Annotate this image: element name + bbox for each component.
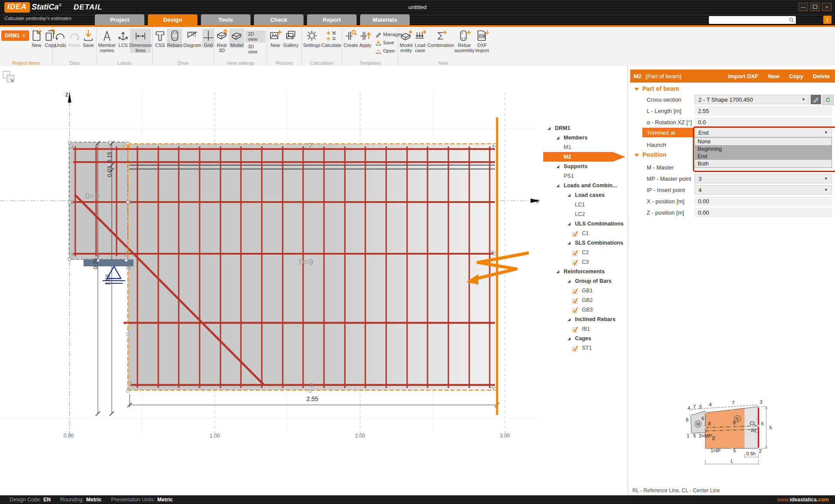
checkbox-checked-icon[interactable]: [572, 345, 579, 351]
tree-expand-icon[interactable]: [556, 270, 559, 273]
new-combination-button[interactable]: Combination: [428, 29, 454, 48]
structural-drawing[interactable]: zx47815234736681520=90=92.550.150.030.70…: [0, 66, 628, 495]
insert-point-select[interactable]: 4 ▼: [695, 185, 832, 195]
master-point-select[interactable]: 3 ▼: [695, 174, 832, 183]
tree-expand-icon[interactable]: [556, 136, 559, 139]
new-member-button[interactable]: New: [768, 73, 780, 80]
tree-item-C2[interactable]: C2: [543, 248, 630, 257]
tree-expand-icon[interactable]: [556, 184, 559, 187]
tree-item-DRM1[interactable]: DRM1: [543, 123, 630, 133]
option-beginning[interactable]: Beginning: [695, 145, 832, 153]
refresh-cross-section-button[interactable]: [822, 95, 834, 105]
calculate-button[interactable]: Calculate: [321, 29, 341, 48]
create-template-button[interactable]: Create: [344, 29, 358, 48]
tab-check[interactable]: Check: [254, 14, 304, 25]
diagram-toggle[interactable]: Diagram: [183, 29, 201, 48]
new-model-entity-button[interactable]: Model entity: [400, 29, 413, 53]
view-3d-toggle[interactable]: 3D view: [245, 43, 266, 55]
tree-item-Cages[interactable]: Cages: [543, 334, 630, 343]
option-both[interactable]: Both: [695, 160, 832, 167]
css-toggle[interactable]: CSS: [154, 29, 166, 48]
tab-materials[interactable]: Materials: [360, 14, 410, 25]
tree-item-GB3[interactable]: GB3: [543, 305, 630, 315]
tree-item-Members[interactable]: Members: [543, 133, 630, 143]
tree-expand-icon[interactable]: [568, 318, 571, 321]
save-button[interactable]: Save: [82, 29, 95, 48]
member-m1-body[interactable]: [69, 142, 128, 259]
tree-item-Load cases[interactable]: Load cases: [543, 190, 630, 200]
real-3d-toggle[interactable]: Real 3D: [215, 29, 228, 53]
x-position-field[interactable]: 0.00: [695, 196, 832, 206]
tree-item-GB1[interactable]: GB1: [543, 286, 630, 295]
cross-section-select[interactable]: 2 - T Shape 1700,450 ▼: [695, 95, 809, 104]
tree-expand-icon[interactable]: [556, 165, 559, 168]
section-part-of-beam[interactable]: Part of beam: [635, 85, 679, 92]
import-dxf-button[interactable]: Import DXF: [728, 73, 758, 80]
option-end[interactable]: End: [695, 153, 832, 160]
new-project-item-button[interactable]: New: [30, 29, 43, 48]
tab-project[interactable]: Project: [95, 14, 144, 25]
member-m2-body[interactable]: [128, 144, 497, 390]
checkbox-checked-icon[interactable]: [572, 288, 579, 294]
tree-item-selected-M2[interactable]: M2: [543, 152, 625, 162]
maximize-button[interactable]: [810, 3, 820, 11]
rotation-field[interactable]: 0.0: [695, 117, 832, 127]
tree-item-C1[interactable]: C1: [543, 229, 630, 238]
view-2d-toggle[interactable]: 2D view: [245, 30, 266, 43]
delete-member-button[interactable]: Delete: [813, 73, 830, 80]
tree-item-ST1[interactable]: ST1: [543, 343, 630, 353]
checkbox-checked-icon[interactable]: [572, 326, 579, 332]
project-selector[interactable]: DRM1▼: [1, 30, 29, 41]
tree-item-IB1[interactable]: IB1: [543, 324, 630, 334]
rebars-toggle[interactable]: Rebars: [167, 29, 182, 48]
tree-expand-icon[interactable]: [568, 242, 571, 245]
tree-item-M1[interactable]: M1: [543, 143, 630, 152]
tree-item-C3[interactable]: C3: [543, 257, 630, 267]
new-rebar-assembly-button[interactable]: Rebar assembly: [454, 29, 474, 53]
checkbox-checked-icon[interactable]: [572, 249, 579, 256]
search-icon[interactable]: [788, 17, 795, 23]
search-box[interactable]: [709, 16, 796, 24]
tree-item-Reinforcements[interactable]: Reinforcements: [543, 267, 630, 276]
tab-report[interactable]: Report: [307, 14, 357, 25]
search-input[interactable]: [709, 17, 788, 23]
minimize-button[interactable]: —: [798, 3, 808, 11]
tree-item-LC2[interactable]: LC2: [543, 209, 630, 219]
tree-item-Supports[interactable]: Supports: [543, 162, 630, 171]
checkbox-checked-icon[interactable]: [572, 307, 579, 313]
dxf-import-button[interactable]: DXF DXF Import: [475, 29, 489, 53]
tree-expand-icon[interactable]: [568, 222, 571, 225]
website-link[interactable]: www.ideastatica.com: [777, 497, 829, 503]
tree-item-Group of Bars[interactable]: Group of Bars: [543, 276, 630, 286]
grid-toggle[interactable]: Grid: [202, 29, 214, 48]
gallery-button[interactable]: Gallery: [283, 29, 299, 48]
tab-tools[interactable]: Tools: [201, 14, 250, 25]
tree-expand-icon[interactable]: [568, 280, 571, 283]
model-canvas[interactable]: zx47815234736681520=90=92.550.150.030.70…: [0, 66, 628, 495]
tree-item-PS1[interactable]: PS1: [543, 171, 630, 181]
z-position-field[interactable]: 0.00: [695, 208, 832, 217]
tree-item-ULS Combinations[interactable]: ULS Combinations: [543, 219, 630, 229]
new-load-case-button[interactable]: Load case: [414, 29, 427, 53]
calculation-settings-button[interactable]: Settings: [303, 29, 321, 48]
pan-widget[interactable]: [3, 71, 15, 83]
close-button[interactable]: ×: [822, 3, 832, 11]
checkbox-checked-icon[interactable]: [572, 297, 579, 304]
copy-member-button[interactable]: Copy: [789, 73, 803, 80]
tree-item-Inclined Rebars[interactable]: Inclined Rebars: [543, 315, 630, 324]
tree-item-GB2[interactable]: GB2: [543, 295, 630, 305]
length-field[interactable]: 2.55: [695, 106, 832, 116]
tree-expand-icon[interactable]: [568, 337, 571, 340]
redo-button[interactable]: Redo: [68, 29, 81, 48]
member-names-toggle[interactable]: Member names: [98, 29, 116, 53]
edit-cross-section-button[interactable]: [811, 95, 821, 104]
checkbox-checked-icon[interactable]: [572, 230, 579, 237]
lcs-toggle[interactable]: LCS: [117, 29, 129, 48]
undo-button[interactable]: Undo: [54, 29, 67, 48]
checkbox-checked-icon[interactable]: [572, 259, 579, 265]
tree-item-SLS Combinations[interactable]: SLS Combinations: [543, 238, 630, 248]
new-picture-button[interactable]: New: [269, 29, 282, 48]
apply-template-button[interactable]: Apply: [359, 29, 372, 48]
notification-icon[interactable]: i: [823, 16, 832, 24]
option-none[interactable]: None: [695, 138, 832, 145]
